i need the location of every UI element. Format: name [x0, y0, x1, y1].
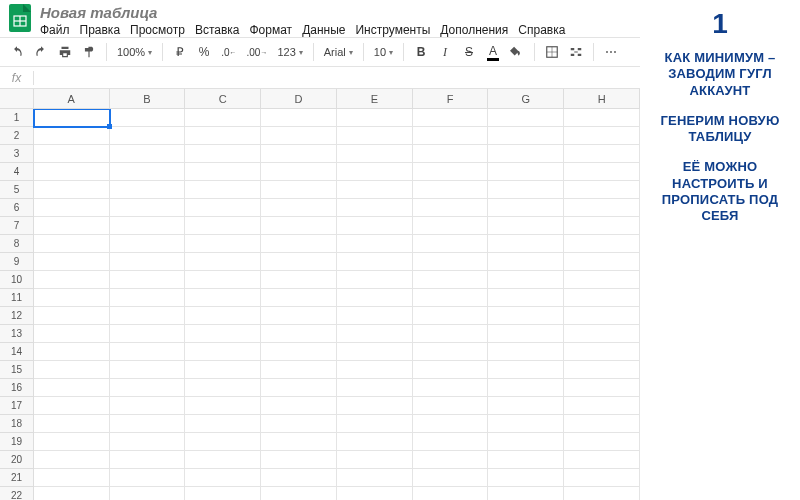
italic-button[interactable]: I	[436, 42, 454, 62]
cell[interactable]	[564, 343, 640, 361]
cell[interactable]	[110, 181, 186, 199]
cell[interactable]	[34, 181, 110, 199]
cell[interactable]	[564, 109, 640, 127]
cell[interactable]	[488, 199, 564, 217]
format-percent[interactable]: %	[195, 42, 213, 62]
cell[interactable]	[488, 109, 564, 127]
cell[interactable]	[34, 433, 110, 451]
row-header[interactable]: 12	[0, 307, 34, 325]
undo-icon[interactable]	[8, 42, 26, 62]
cell[interactable]	[337, 235, 413, 253]
cell[interactable]	[413, 109, 489, 127]
menu-tools[interactable]: Инструменты	[355, 23, 430, 37]
cell[interactable]	[261, 217, 337, 235]
cell[interactable]	[185, 289, 261, 307]
cell[interactable]	[488, 361, 564, 379]
cell[interactable]	[185, 217, 261, 235]
format-currency[interactable]: ₽	[171, 42, 189, 62]
cell[interactable]	[564, 127, 640, 145]
menu-view[interactable]: Просмотр	[130, 23, 185, 37]
cell[interactable]	[261, 199, 337, 217]
column-header[interactable]: C	[185, 89, 261, 109]
cell[interactable]	[488, 343, 564, 361]
cell[interactable]	[488, 253, 564, 271]
select-all-corner[interactable]	[0, 89, 34, 109]
cell[interactable]	[488, 469, 564, 487]
cell[interactable]	[564, 469, 640, 487]
row-header[interactable]: 19	[0, 433, 34, 451]
cell[interactable]	[413, 289, 489, 307]
cell[interactable]	[413, 397, 489, 415]
row-header[interactable]: 11	[0, 289, 34, 307]
cell[interactable]	[185, 343, 261, 361]
cell[interactable]	[110, 433, 186, 451]
cell[interactable]	[110, 199, 186, 217]
cell[interactable]	[413, 325, 489, 343]
cell[interactable]	[413, 307, 489, 325]
cell[interactable]	[261, 127, 337, 145]
print-icon[interactable]	[56, 42, 74, 62]
cell[interactable]	[337, 469, 413, 487]
cell[interactable]	[488, 289, 564, 307]
cell[interactable]	[488, 415, 564, 433]
cell[interactable]	[337, 415, 413, 433]
cell[interactable]	[564, 379, 640, 397]
cell[interactable]	[185, 127, 261, 145]
cell[interactable]	[564, 199, 640, 217]
cell[interactable]	[564, 325, 640, 343]
cell[interactable]	[185, 199, 261, 217]
cell[interactable]	[337, 199, 413, 217]
cell[interactable]	[413, 451, 489, 469]
row-header[interactable]: 16	[0, 379, 34, 397]
redo-icon[interactable]	[32, 42, 50, 62]
more-formats-dropdown[interactable]: 123▾	[275, 42, 304, 62]
cell[interactable]	[337, 487, 413, 500]
cell[interactable]	[261, 433, 337, 451]
cell[interactable]	[564, 289, 640, 307]
cell[interactable]	[564, 235, 640, 253]
formula-input[interactable]	[34, 68, 640, 88]
menu-data[interactable]: Данные	[302, 23, 345, 37]
cell[interactable]	[34, 469, 110, 487]
cell[interactable]	[488, 127, 564, 145]
cell[interactable]	[110, 469, 186, 487]
increase-decimal[interactable]: .00→	[244, 42, 269, 62]
strikethrough-button[interactable]: S	[460, 42, 478, 62]
cell[interactable]	[413, 343, 489, 361]
cell[interactable]	[34, 379, 110, 397]
cell[interactable]	[413, 199, 489, 217]
cell[interactable]	[110, 127, 186, 145]
cell[interactable]	[110, 415, 186, 433]
cell[interactable]	[413, 253, 489, 271]
cell[interactable]	[185, 433, 261, 451]
cell[interactable]	[337, 379, 413, 397]
cell[interactable]	[261, 415, 337, 433]
row-header[interactable]: 20	[0, 451, 34, 469]
row-header[interactable]: 8	[0, 235, 34, 253]
cell[interactable]	[34, 415, 110, 433]
column-header[interactable]: A	[34, 89, 110, 109]
cell[interactable]	[337, 433, 413, 451]
borders-button[interactable]	[543, 42, 561, 62]
cell[interactable]	[413, 271, 489, 289]
cell[interactable]	[413, 235, 489, 253]
cell[interactable]	[34, 163, 110, 181]
cell[interactable]	[564, 181, 640, 199]
cell[interactable]	[564, 145, 640, 163]
cell[interactable]	[337, 163, 413, 181]
cell[interactable]	[337, 127, 413, 145]
cell[interactable]	[34, 343, 110, 361]
cell[interactable]	[488, 217, 564, 235]
font-family-dropdown[interactable]: Arial▾	[322, 42, 355, 62]
cell[interactable]	[261, 235, 337, 253]
cell[interactable]	[261, 307, 337, 325]
cell[interactable]	[564, 253, 640, 271]
row-header[interactable]: 13	[0, 325, 34, 343]
cell[interactable]	[261, 289, 337, 307]
cell[interactable]	[564, 361, 640, 379]
cell[interactable]	[185, 163, 261, 181]
cell[interactable]	[110, 253, 186, 271]
cell[interactable]	[110, 163, 186, 181]
cell[interactable]	[488, 307, 564, 325]
row-header[interactable]: 3	[0, 145, 34, 163]
